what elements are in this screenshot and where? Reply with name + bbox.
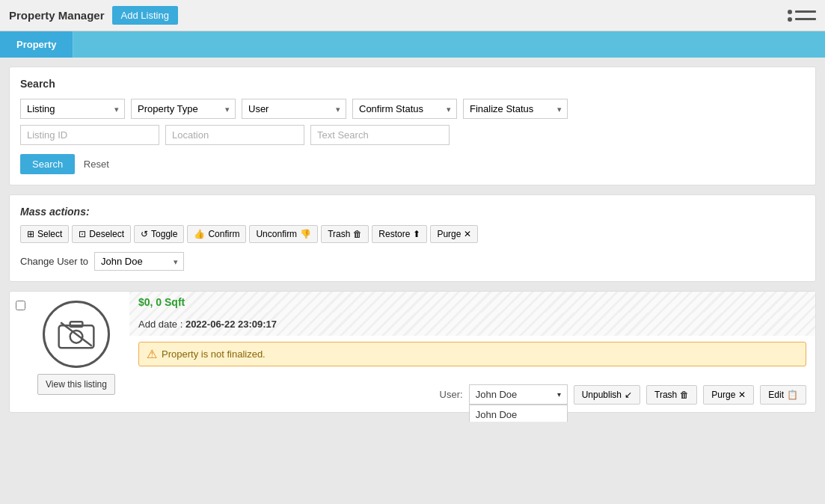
menu-row-2 [788, 17, 816, 22]
add-date-label: Add date : [138, 319, 183, 330]
property-type-select-wrapper: Property Type [131, 99, 236, 119]
user-dropdown: John Doe ▾ John Doe wordcandy [469, 384, 568, 405]
property-type-select[interactable]: Property Type [131, 99, 236, 119]
mass-actions-panel: Mass actions: ⊞ Select ⊡ Deselect ↺ Togg… [9, 194, 816, 282]
search-title: Search [20, 78, 805, 90]
change-user-wrapper: John Doe [94, 252, 184, 271]
unconfirm-label: Unconfirm [256, 229, 297, 239]
unpublish-button[interactable]: Unpublish ↙ [574, 385, 640, 405]
mass-actions-title: Mass actions: [20, 206, 805, 218]
no-photo-icon [43, 301, 110, 368]
listing-price: $0 [138, 296, 150, 308]
select-button[interactable]: ⊞ Select [20, 225, 69, 243]
user-select-wrapper: User [242, 99, 346, 119]
menu-dot [788, 10, 792, 14]
user-dropdown-list: John Doe wordcandy [469, 405, 568, 422]
search-buttons-row: Search Reset [20, 154, 805, 174]
main-content: Search Listing Property Type User Con [0, 58, 825, 422]
user-select[interactable]: User [242, 99, 346, 119]
select-icon: ⊞ [27, 229, 34, 239]
warning-text: Property is not finalized. [162, 348, 266, 360]
edit-icon: 📋 [787, 390, 798, 400]
confirm-label: Confirm [208, 229, 239, 239]
trash-icon: 🗑 [353, 229, 362, 239]
listing-sqft: 0 Sqft [156, 296, 185, 308]
listing-card: View this listing $0, 0 Sqft Add date : … [9, 291, 816, 413]
listing-card-inner: View this listing $0, 0 Sqft Add date : … [10, 292, 815, 412]
user-select-header: John Doe ▾ [470, 385, 567, 404]
unpublish-icon: ↙ [625, 390, 632, 400]
add-listing-button[interactable]: Add Listing [112, 6, 178, 25]
edit-button[interactable]: Edit 📋 [760, 385, 806, 405]
tab-property[interactable]: Property [0, 31, 73, 58]
user-option-john-doe[interactable]: John Doe [470, 405, 567, 422]
change-user-label: Change User to [20, 256, 88, 267]
change-user-select[interactable]: John Doe [94, 252, 184, 271]
mass-actions-buttons-row: ⊞ Select ⊡ Deselect ↺ Toggle 👍 Confirm U… [20, 225, 805, 243]
purge-label: Purge [437, 229, 461, 239]
search-inputs-row [20, 125, 805, 145]
listing-details-area: $0, 0 Sqft Add date : 2022-06-22 23:09:1… [129, 292, 815, 412]
listing-select[interactable]: Listing [20, 99, 125, 119]
unpublish-label: Unpublish [582, 390, 622, 400]
menu-line [795, 10, 816, 13]
listing-purge-button[interactable]: Purge ✕ [703, 385, 754, 405]
deselect-button[interactable]: ⊡ Deselect [72, 225, 131, 243]
user-label: User: [440, 389, 463, 400]
menu-line-2 [795, 18, 816, 20]
listing-trash-button[interactable]: Trash 🗑 [646, 385, 697, 405]
app-title: Property Manager [9, 9, 105, 22]
select-label: Select [37, 229, 62, 239]
trash-button[interactable]: Trash 🗑 [321, 225, 369, 243]
restore-button[interactable]: Restore ⬆ [372, 225, 427, 243]
toggle-label: Toggle [151, 229, 177, 239]
trash-label: Trash [328, 229, 350, 239]
view-listing-button[interactable]: View this listing [37, 374, 115, 395]
menu-dot-2 [788, 17, 792, 22]
unconfirm-button[interactable]: Unconfirm 👎 [249, 225, 318, 243]
confirm-status-select-wrapper: Confirm Status [352, 99, 457, 119]
purge-icon: ✕ [464, 229, 471, 239]
reset-button[interactable]: Reset [78, 154, 115, 174]
change-user-row: Change User to John Doe [20, 252, 805, 271]
confirm-status-select[interactable]: Confirm Status [352, 99, 457, 119]
confirm-icon: 👍 [194, 229, 205, 239]
deselect-icon: ⊡ [79, 229, 86, 239]
listing-select-wrapper: Listing [20, 99, 125, 119]
user-select-box[interactable]: John Doe ▾ [469, 384, 568, 405]
warning-area: ⚠ Property is not finalized. [129, 336, 815, 380]
listing-trash-label: Trash [654, 390, 677, 400]
listing-purge-icon: ✕ [738, 390, 746, 400]
unconfirm-icon: 👎 [300, 229, 311, 239]
header-left: Property Manager Add Listing [9, 6, 178, 25]
finalize-status-select[interactable]: Finalize Status [463, 99, 568, 119]
confirm-button[interactable]: 👍 Confirm [187, 225, 246, 243]
header-menu[interactable] [788, 10, 816, 22]
menu-row-1 [788, 10, 816, 14]
svg-rect-2 [70, 322, 83, 327]
listing-id-input[interactable] [20, 125, 159, 145]
text-search-input[interactable] [310, 125, 450, 145]
restore-icon: ⬆ [413, 229, 420, 239]
toggle-button[interactable]: ↺ Toggle [134, 225, 184, 243]
chevron-down-icon: ▾ [557, 390, 561, 399]
header: Property Manager Add Listing [0, 0, 825, 31]
location-input[interactable] [165, 125, 304, 145]
search-button[interactable]: Search [20, 154, 75, 174]
camera-svg [58, 319, 95, 349]
finalize-status-select-wrapper: Finalize Status [463, 99, 568, 119]
purge-button[interactable]: Purge ✕ [430, 225, 478, 243]
price-sqft-bar: $0, 0 Sqft [129, 292, 815, 313]
listing-checkbox[interactable] [16, 301, 25, 310]
deselect-label: Deselect [89, 229, 124, 239]
search-dropdowns-row: Listing Property Type User Confirm Statu… [20, 99, 805, 119]
tab-bar: Property [0, 31, 825, 58]
add-date-row: Add date : 2022-06-22 23:09:17 [129, 313, 815, 336]
warning-icon: ⚠ [147, 347, 157, 361]
listing-footer: User: John Doe ▾ John Doe wordcandy [129, 380, 815, 412]
toggle-icon: ↺ [141, 229, 148, 239]
warning-box: ⚠ Property is not finalized. [138, 342, 806, 366]
listing-purge-label: Purge [711, 390, 735, 400]
edit-label: Edit [768, 390, 784, 400]
user-select-value: John Doe [476, 389, 518, 400]
